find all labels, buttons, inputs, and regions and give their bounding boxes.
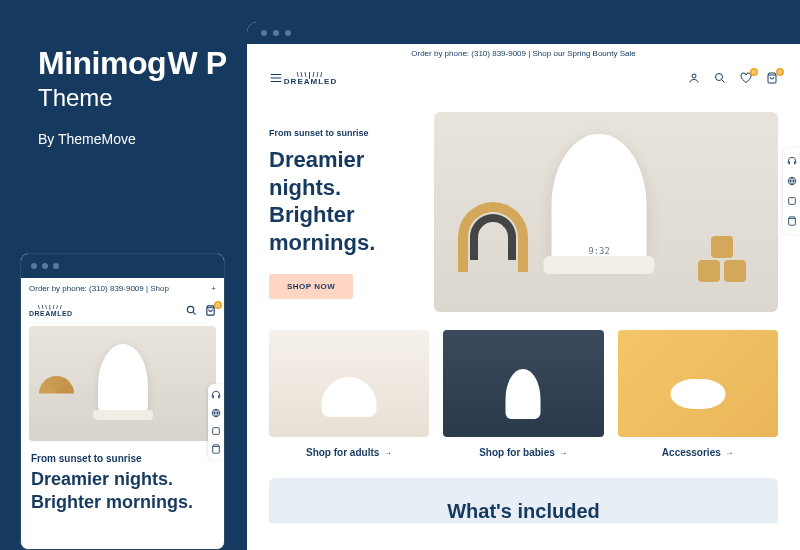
section-title: What's included — [269, 500, 778, 523]
globe-icon[interactable] — [787, 176, 797, 186]
hero-headline: Dreamier nights. Brighter mornings. — [21, 468, 224, 515]
lamp-product-icon: 9:32 — [552, 134, 647, 264]
cart-icon[interactable] — [205, 305, 216, 316]
hero-copy: From sunset to sunrise Dreamier nights. … — [269, 112, 414, 312]
wishlist-icon[interactable] — [740, 72, 752, 84]
hero-image: 9:32 — [434, 112, 778, 312]
small-lamp-icon — [506, 369, 541, 419]
blocks-decor-icon — [694, 232, 754, 282]
svg-rect-2 — [213, 428, 220, 435]
logo-text: DREAMLED — [29, 310, 73, 317]
shop-now-button[interactable]: SHOP NOW — [269, 274, 353, 299]
window-dot-icon — [273, 30, 279, 36]
hero-eyebrow: From sunset to sunrise — [269, 128, 414, 138]
floating-toolbar — [783, 148, 800, 234]
theme-author: By ThemeMove — [38, 131, 228, 147]
hero-eyebrow: From sunset to sunrise — [21, 445, 224, 468]
search-icon[interactable] — [186, 305, 197, 316]
window-dot-icon — [53, 263, 59, 269]
bag-icon[interactable] — [787, 216, 797, 226]
desktop-preview-window: Order by phone: (310) 839-9009 | Shop ou… — [247, 22, 800, 550]
svg-point-4 — [716, 74, 723, 81]
category-cards: Shop for adults→ Shop for babies→ Access… — [247, 330, 800, 470]
arrow-right-icon: → — [559, 448, 568, 458]
hero-headline: Dreamier nights. Brighter mornings. — [269, 146, 414, 256]
svg-rect-6 — [789, 198, 796, 205]
window-dot-icon — [42, 263, 48, 269]
header-actions — [186, 305, 216, 316]
window-dot-icon — [285, 30, 291, 36]
category-card-adults[interactable]: Shop for adults→ — [269, 330, 429, 458]
user-icon[interactable] — [688, 72, 700, 84]
promo-bar: Order by phone: (310) 839-9009 | Shop ou… — [247, 44, 800, 64]
mobile-window-titlebar — [21, 254, 224, 278]
bag-icon[interactable] — [211, 444, 221, 454]
hero-image — [29, 326, 216, 441]
puck-device-icon — [670, 379, 725, 409]
card-label: Shop for babies→ — [443, 447, 603, 458]
promo-bar: Order by phone: (310) 839-9009 | Shop + — [21, 278, 224, 298]
headset-icon[interactable] — [787, 156, 797, 166]
card-image — [618, 330, 778, 437]
lamp-clock: 9:32 — [588, 246, 610, 256]
floating-toolbar — [208, 384, 224, 460]
theme-subtitle: Theme — [38, 84, 228, 113]
card-label: Accessories→ — [618, 447, 778, 458]
card-image — [443, 330, 603, 437]
hamburger-icon[interactable] — [269, 71, 283, 85]
svg-point-0 — [187, 306, 193, 312]
cart-icon[interactable] — [766, 72, 778, 84]
brand-logo[interactable]: \\\|/// DREAMLED — [284, 71, 337, 86]
desktop-window-titlebar — [247, 22, 800, 44]
compare-icon[interactable] — [211, 426, 221, 436]
arrow-right-icon: → — [725, 448, 734, 458]
desktop-header: \\\|/// DREAMLED — [247, 64, 800, 92]
theme-info-panel: Minimog W P Theme By ThemeMove — [38, 44, 228, 147]
header-actions — [688, 72, 778, 84]
mobile-header: \\\|/// DREAMLED — [21, 298, 224, 322]
rainbow-decor-icon — [458, 202, 528, 272]
plus-icon[interactable]: + — [211, 284, 216, 293]
card-label: Shop for adults→ — [269, 447, 429, 458]
theme-title: Minimog W P — [38, 44, 228, 82]
card-image — [269, 330, 429, 437]
globe-icon[interactable] — [211, 408, 221, 418]
svg-point-3 — [692, 74, 696, 78]
lamp-product-icon — [98, 344, 148, 414]
brand-logo[interactable]: \\\|/// DREAMLED — [29, 304, 73, 317]
headset-icon[interactable] — [211, 390, 221, 400]
arrow-right-icon: → — [383, 448, 392, 458]
category-card-accessories[interactable]: Accessories→ — [618, 330, 778, 458]
compare-icon[interactable] — [787, 196, 797, 206]
window-dot-icon — [261, 30, 267, 36]
category-card-babies[interactable]: Shop for babies→ — [443, 330, 603, 458]
mobile-preview-window: Order by phone: (310) 839-9009 | Shop + … — [20, 253, 225, 550]
included-section: What's included — [269, 478, 778, 523]
rainbow-decor-icon — [39, 376, 74, 411]
search-icon[interactable] — [714, 72, 726, 84]
dome-lamp-icon — [322, 377, 377, 417]
hero-section: From sunset to sunrise Dreamier nights. … — [247, 92, 800, 330]
logo-text: DREAMLED — [284, 78, 337, 86]
promo-text: Order by phone: (310) 839-9009 | Shop — [29, 284, 169, 293]
window-dot-icon — [31, 263, 37, 269]
